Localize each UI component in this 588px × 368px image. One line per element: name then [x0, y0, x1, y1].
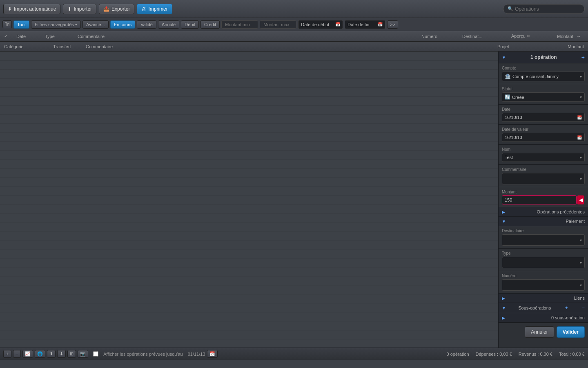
status-grid-button[interactable]: ⊞: [67, 350, 76, 358]
col-projet: Projet: [496, 44, 545, 49]
type-section: Type ▾: [499, 249, 588, 271]
status-bar: + − 📈 🌐 ⬆ ⬇ ⊞ 📷 Afficher les opérations …: [0, 348, 588, 360]
type-label: Type: [502, 251, 585, 256]
type-field[interactable]: ▾: [502, 257, 585, 268]
nom-value: Test: [505, 155, 513, 160]
add-sous-op-button[interactable]: +: [565, 305, 568, 311]
commentaire-field[interactable]: ▾: [502, 173, 585, 184]
statut-icon: 🔄: [505, 94, 510, 100]
statut-field[interactable]: 🔄 Créée ▾: [502, 92, 585, 102]
date-label: Date: [502, 107, 585, 112]
date-debut-field: Date de début 📅: [298, 20, 343, 29]
status-chart-button[interactable]: 📈: [22, 350, 33, 358]
numero-label: Numéro: [502, 274, 585, 278]
sous-operations-header[interactable]: ▼ Sous-opérations + −: [499, 303, 588, 313]
imprimer-button[interactable]: 🖨 Imprimer: [137, 4, 172, 14]
date-valeur-value: 16/10/13: [505, 135, 522, 140]
credit-button[interactable]: Crédit: [200, 20, 220, 29]
numero-field[interactable]: ▾: [502, 279, 585, 291]
table-body: [0, 52, 498, 348]
more-button[interactable]: >>: [387, 20, 398, 29]
montant-toggle-button[interactable]: ◀: [577, 195, 584, 204]
col-apercu: Aperçu ✏: [510, 34, 534, 39]
nom-section: Nom Test ▾: [499, 145, 588, 165]
date-valeur-section: Date de valeur 16/10/13 📅: [499, 125, 588, 145]
calendar-fin-icon[interactable]: 📅: [378, 22, 383, 27]
importer-button[interactable]: ⬆ Importer: [63, 4, 96, 14]
date-section: Date 16/10/13 📅: [499, 105, 588, 125]
add-operation-button[interactable]: +: [581, 54, 585, 61]
commentaire-select-arrow-icon: ▾: [580, 177, 582, 181]
valide-button[interactable]: Validé: [137, 20, 156, 29]
col-check: ✓: [2, 34, 15, 39]
tri-button[interactable]: Tri: [2, 20, 12, 28]
status-import-button[interactable]: ⬇: [57, 350, 66, 358]
date-valeur-label: Date de valeur: [502, 127, 585, 132]
en-cours-button[interactable]: En cours: [110, 20, 135, 29]
status-globe-button[interactable]: 🌐: [35, 350, 45, 358]
annuler-button[interactable]: Annuler: [525, 326, 554, 338]
status-add-button[interactable]: +: [3, 350, 11, 358]
import-auto-button[interactable]: ⬇ Import automatique: [3, 4, 60, 14]
col-cat: Catégorie: [2, 44, 51, 49]
status-export-button[interactable]: ⬆: [47, 350, 56, 358]
nom-label: Nom: [502, 147, 585, 152]
nom-field[interactable]: Test ▾: [502, 153, 585, 162]
paiement-header[interactable]: ▼ Paiement: [499, 217, 588, 226]
expand-sous-op-count-icon: ▶: [502, 316, 505, 320]
destinataire-select-arrow-icon: ▾: [580, 238, 582, 242]
previsions-calendar-icon[interactable]: 📅: [207, 350, 218, 358]
avance-button[interactable]: Avancé...: [82, 20, 109, 29]
collapse-paiement-icon: ▼: [502, 219, 506, 224]
exporter-button[interactable]: 📤 Exporter: [99, 4, 134, 14]
montant-input[interactable]: [502, 195, 577, 204]
col-arrow: ↔: [575, 34, 586, 39]
statut-section: Statut 🔄 Créée ▾: [499, 84, 588, 105]
previsions-label: Afficher les opérations prévues jusqu'au: [103, 352, 183, 357]
edit-icon[interactable]: ✏: [527, 34, 530, 38]
filter-bar: Tri Tout Filtres sauvegardés ▾ Avancé...…: [0, 18, 588, 31]
compte-section: Compte 🏦 Compte courant Jimmy ▾: [499, 63, 588, 84]
chevron-down-icon: ▾: [75, 22, 77, 27]
operations-precedentes-label: Opérations précédentes: [537, 209, 585, 214]
col-comment: Commentaire: [76, 34, 420, 39]
search-input[interactable]: [515, 6, 576, 12]
remove-sous-op-button[interactable]: −: [582, 305, 585, 311]
liens-header[interactable]: ▶ Liens: [499, 294, 588, 303]
col-transfer: Transfert: [51, 44, 84, 49]
nom-select-arrow-icon: ▾: [580, 155, 582, 160]
operations-precedentes-header[interactable]: ▶ Opérations précédentes: [499, 207, 588, 217]
import-auto-icon: ⬇: [8, 6, 12, 12]
exporter-icon: 📤: [103, 6, 109, 12]
date-field[interactable]: 16/10/13 📅: [502, 113, 585, 122]
col-type: Type: [43, 34, 76, 39]
previsions-checkbox[interactable]: [93, 351, 98, 357]
status-camera-button[interactable]: 📷: [78, 350, 88, 358]
montant-max-input[interactable]: [260, 20, 296, 29]
date-valeur-field[interactable]: 16/10/13 📅: [502, 133, 585, 142]
sous-op-count: 0 sous-opération: [551, 315, 585, 320]
compte-field[interactable]: 🏦 Compte courant Jimmy ▾: [502, 72, 585, 81]
date-calendar-icon[interactable]: 📅: [577, 115, 582, 120]
col-dest: Destinat...: [461, 34, 510, 39]
filtres-sauvegardes-button[interactable]: Filtres sauvegardés ▾: [31, 20, 81, 29]
valider-button[interactable]: Valider: [557, 326, 585, 338]
tout-button[interactable]: Tout: [13, 20, 29, 29]
numero-section: Numéro ▾: [499, 271, 588, 294]
sous-operations-label: Sous-opérations: [518, 305, 551, 310]
annule-button[interactable]: Annulé: [158, 20, 179, 29]
panel-header: ▼ 1 opération +: [499, 52, 588, 63]
date-valeur-calendar-icon[interactable]: 📅: [577, 135, 582, 140]
revenus-summary: Revenus : 0,00 €: [519, 352, 552, 357]
compte-select-arrow-icon: ▾: [580, 74, 582, 79]
debit-button[interactable]: Débit: [181, 20, 199, 29]
collapse-sous-op-icon: ▼: [502, 306, 506, 310]
calendar-debut-icon[interactable]: 📅: [335, 22, 340, 27]
sous-op-count-header[interactable]: ▶ 0 sous-opération: [499, 313, 588, 323]
status-remove-button[interactable]: −: [13, 350, 21, 358]
previsions-checkbox-area: Afficher les opérations prévues jusqu'au…: [93, 350, 217, 358]
main-area: ▼ 1 opération + Compte 🏦 Compte courant …: [0, 52, 588, 348]
date-value: 16/10/13: [505, 115, 522, 120]
montant-min-input[interactable]: [221, 20, 258, 29]
destinataire-field[interactable]: ▾: [502, 234, 585, 246]
